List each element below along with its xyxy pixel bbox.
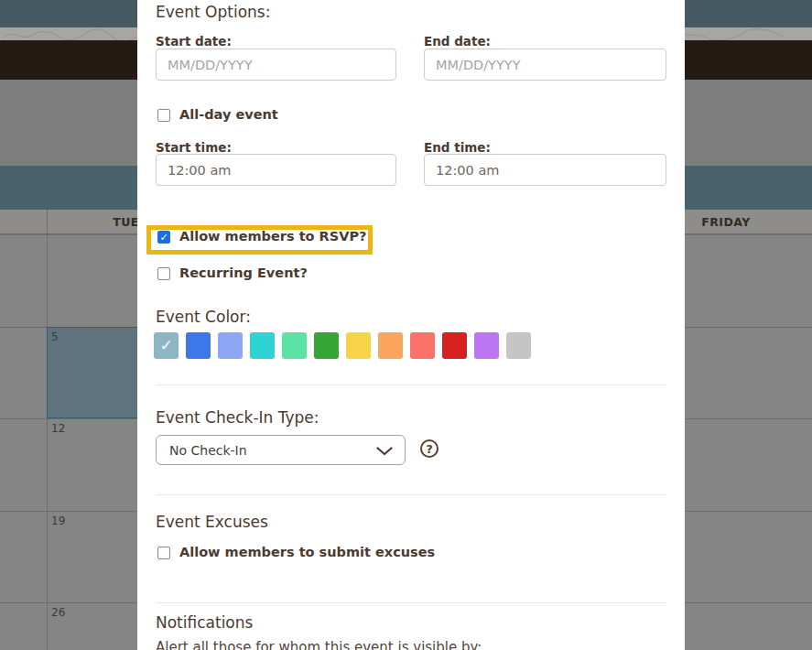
event-excuses-heading: Event Excuses (156, 513, 268, 531)
start-date-label: Start date: (156, 34, 232, 49)
check-in-select[interactable]: No Check-In (156, 435, 406, 465)
event-color-swatch[interactable] (218, 332, 243, 359)
event-color-swatches: ✓ (154, 332, 531, 359)
notifications-description: Alert all those for whom this event is v… (156, 639, 482, 650)
end-date-label: End date: (424, 34, 491, 49)
screen: TUESDAYFRIDAY5121926 Event Options: Star… (0, 0, 812, 650)
check-in-heading: Event Check-In Type: (156, 408, 319, 427)
start-time-input[interactable] (156, 154, 396, 186)
end-time-input[interactable] (424, 154, 666, 186)
event-color-swatch[interactable] (410, 332, 435, 359)
rsvp-label: Allow members to RSVP? (179, 229, 366, 244)
event-color-swatch[interactable] (506, 332, 531, 359)
excuses-checkbox[interactable] (157, 547, 170, 559)
notifications-heading: Notifications (156, 613, 253, 632)
event-color-swatch[interactable] (378, 332, 403, 359)
event-color-swatch[interactable] (474, 332, 499, 359)
all-day-label: All-day event (179, 107, 278, 122)
event-color-swatch[interactable] (346, 332, 371, 359)
end-date-input[interactable] (424, 49, 666, 81)
start-date-input[interactable] (156, 49, 396, 81)
event-color-heading: Event Color: (156, 308, 251, 326)
end-time-label: End time: (424, 140, 491, 155)
excuses-label: Allow members to submit excuses (179, 545, 435, 559)
day-number: 19 (51, 515, 65, 527)
all-day-checkbox[interactable] (157, 109, 170, 122)
day-number: 12 (51, 422, 65, 435)
section-divider (156, 494, 666, 495)
modal-title: Event Options: (156, 3, 270, 21)
section-divider (156, 602, 666, 603)
check-icon: ✓ (159, 338, 172, 353)
recurring-label: Recurring Event? (179, 265, 308, 280)
check-icon: ✓ (159, 233, 168, 243)
chevron-down-icon (376, 447, 393, 456)
recurring-checkbox[interactable] (157, 267, 170, 280)
calendar-grid-line (47, 210, 48, 650)
day-number: 5 (51, 330, 59, 343)
start-time-label: Start time: (156, 140, 232, 155)
section-divider (156, 385, 666, 385)
day-number: 26 (51, 606, 65, 619)
event-color-swatch[interactable] (250, 332, 275, 359)
event-color-swatch[interactable] (186, 332, 211, 359)
event-color-swatch[interactable] (314, 332, 339, 359)
event-options-modal: Event Options: Start date: End date: All… (137, 0, 685, 650)
question-mark-circle-icon[interactable]: ? (420, 439, 438, 458)
rsvp-checkbox[interactable]: ✓ (157, 231, 170, 244)
event-color-swatch[interactable]: ✓ (154, 332, 179, 359)
event-color-swatch[interactable] (282, 332, 307, 359)
event-color-swatch[interactable] (442, 332, 467, 359)
check-in-selected-value: No Check-In (169, 443, 247, 458)
